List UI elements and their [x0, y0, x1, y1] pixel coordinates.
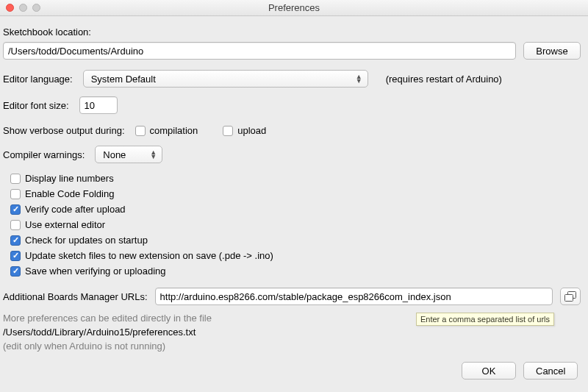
boards-urls-input[interactable] — [155, 288, 553, 305]
compilation-checkbox[interactable] — [135, 126, 146, 136]
boards-urls-label: Additional Boards Manager URLs: — [3, 291, 148, 302]
upload-checkbox-label: upload — [237, 125, 266, 136]
display-line-numbers-checkbox[interactable] — [10, 174, 21, 184]
update-sketch-ext-check[interactable]: Update sketch files to new extension on … — [10, 250, 581, 261]
editor-language-select[interactable]: System Default — [83, 70, 368, 88]
verify-after-upload-label: Verify code after upload — [25, 204, 126, 215]
check-updates-startup-checkbox[interactable] — [10, 235, 21, 246]
boards-urls-tooltip: Enter a comma separated list of urls — [416, 313, 554, 326]
verify-after-upload-checkbox[interactable] — [10, 204, 21, 215]
use-external-editor-label: Use external editor — [25, 219, 105, 230]
compilation-checkbox-wrap[interactable]: compilation — [135, 125, 198, 136]
use-external-editor-checkbox[interactable] — [10, 220, 21, 230]
sketchbook-location-input[interactable] — [3, 42, 516, 60]
editor-font-size-input[interactable] — [79, 96, 118, 114]
display-line-numbers-check[interactable]: Display line numbers — [10, 173, 581, 184]
zoom-icon[interactable] — [32, 4, 40, 12]
ok-button[interactable]: OK — [462, 362, 516, 379]
use-external-editor-check[interactable]: Use external editor — [10, 219, 581, 230]
verbose-output-label: Show verbose output during: — [3, 125, 125, 136]
verify-after-upload-check[interactable]: Verify code after upload — [10, 204, 581, 215]
browse-button[interactable]: Browse — [523, 42, 581, 60]
compiler-warnings-label: Compiler warnings: — [3, 149, 85, 160]
close-icon[interactable] — [6, 4, 14, 12]
more-prefs-path: /Users/todd/Library/Arduino15/preference… — [3, 327, 581, 338]
display-line-numbers-label: Display line numbers — [25, 173, 114, 184]
boards-urls-expand-button[interactable] — [560, 288, 581, 305]
titlebar: Preferences — [0, 0, 588, 16]
window-stack-icon — [564, 291, 576, 302]
editor-font-size-label: Editor font size: — [3, 100, 69, 111]
window-title: Preferences — [0, 2, 588, 13]
cancel-button[interactable]: Cancel — [523, 362, 578, 379]
save-when-verifying-check[interactable]: Save when verifying or uploading — [10, 266, 581, 277]
more-prefs-line3: (edit only when Arduino is not running) — [3, 341, 581, 352]
upload-checkbox-wrap[interactable]: upload — [223, 125, 266, 136]
save-when-verifying-label: Save when verifying or uploading — [25, 266, 166, 277]
svg-rect-1 — [565, 295, 573, 302]
preferences-panel: Sketchbook location: Browse Editor langu… — [0, 16, 588, 387]
update-sketch-ext-label: Update sketch files to new extension on … — [25, 250, 273, 261]
compilation-checkbox-label: compilation — [150, 125, 198, 136]
update-sketch-ext-checkbox[interactable] — [10, 251, 21, 261]
minimize-icon[interactable] — [19, 4, 27, 12]
editor-language-label: Editor language: — [3, 74, 73, 85]
enable-code-folding-check[interactable]: Enable Code Folding — [10, 188, 581, 199]
window-controls — [6, 4, 40, 12]
compiler-warnings-select[interactable]: None — [95, 146, 162, 163]
editor-language-note: (requires restart of Arduino) — [386, 74, 502, 85]
upload-checkbox[interactable] — [223, 126, 233, 136]
enable-code-folding-label: Enable Code Folding — [25, 188, 114, 199]
check-updates-startup-label: Check for updates on startup — [25, 235, 148, 246]
sketchbook-label: Sketchbook location: — [3, 26, 581, 38]
save-when-verifying-checkbox[interactable] — [10, 266, 21, 277]
enable-code-folding-checkbox[interactable] — [10, 189, 21, 199]
check-updates-startup-check[interactable]: Check for updates on startup — [10, 235, 581, 246]
